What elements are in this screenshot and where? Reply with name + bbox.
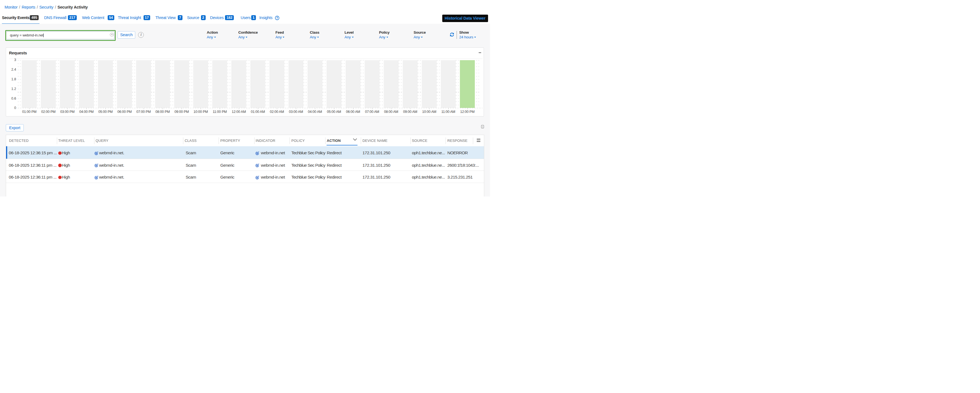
svg-text:?: ? bbox=[276, 16, 278, 20]
